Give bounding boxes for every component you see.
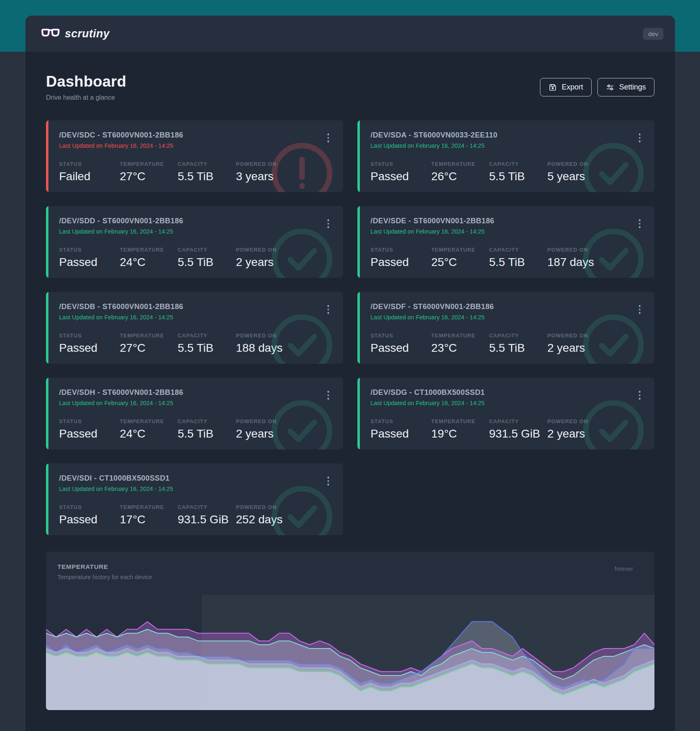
navbar: scrutiny dev	[25, 16, 675, 52]
stat-value-status: Passed	[59, 427, 120, 440]
stat-value-temperature: 23°C	[431, 341, 489, 355]
drive-card[interactable]: /DEV/SDB - ST6000VN001-2BB186 Last Updat…	[46, 292, 343, 364]
temperature-chart-svg	[46, 595, 654, 710]
drive-title: /DEV/SDA - ST6000VN0033-2EE110	[371, 131, 643, 140]
drive-stats: Status Failed Temperature 27°C Capacity …	[59, 161, 332, 183]
drive-last-updated: Last Updated on February 16, 2024 - 14:2…	[371, 228, 643, 235]
drive-card[interactable]: /DEV/SDE - ST6000VN001-2BB186 Last Updat…	[357, 206, 654, 278]
drive-title: /DEV/SDB - ST6000VN001-2BB186	[59, 302, 332, 311]
drive-card[interactable]: /DEV/SDD - ST6000VN001-2BB186 Last Updat…	[46, 206, 343, 278]
page-subtitle: Drive health at a glance	[46, 94, 126, 101]
stat-powered-on: Powered On 188 days	[236, 332, 332, 355]
page-title: Dashboard	[46, 73, 126, 90]
drive-stats: Status Passed Temperature 23°C Capacity …	[371, 332, 643, 355]
drive-card[interactable]: /DEV/SDF - ST6000VN001-2BB186 Last Updat…	[357, 292, 654, 364]
stat-value-powered-on: 2 years	[547, 341, 643, 355]
chart-header: Temperature Temperature history for each…	[46, 552, 654, 580]
drive-title: /DEV/SDF - ST6000VN001-2BB186	[371, 302, 643, 311]
temperature-plot[interactable]	[46, 595, 654, 710]
drive-last-updated: Last Updated on February 16, 2024 - 14:2…	[371, 314, 643, 321]
export-button[interactable]: Export	[540, 78, 592, 96]
stat-label-temperature: Temperature	[120, 418, 178, 424]
drive-stats: Status Passed Temperature 27°C Capacity …	[59, 332, 332, 355]
stat-value-temperature: 25°C	[431, 256, 489, 269]
stat-capacity: Capacity 5.5 TiB	[178, 161, 236, 183]
kebab-menu-icon[interactable]	[326, 132, 331, 144]
settings-button-label: Settings	[619, 83, 646, 92]
save-icon	[549, 83, 557, 92]
stat-value-capacity: 5.5 TiB	[489, 341, 547, 355]
kebab-menu-icon[interactable]	[326, 218, 331, 230]
drive-stats: Status Passed Temperature 25°C Capacity …	[371, 247, 643, 269]
stat-label-powered-on: Powered On	[236, 504, 332, 510]
stat-powered-on: Powered On 2 years	[236, 418, 332, 440]
drive-title: /DEV/SDI - CT1000BX500SSD1	[59, 474, 332, 483]
stat-value-temperature: 17°C	[120, 513, 178, 526]
stat-capacity: Capacity 5.5 TiB	[178, 247, 236, 269]
stat-value-status: Passed	[371, 170, 431, 183]
stat-label-status: Status	[371, 332, 431, 339]
stat-value-capacity: 5.5 TiB	[178, 170, 236, 183]
temperature-chart-card: Temperature Temperature history for each…	[46, 552, 654, 710]
stat-powered-on: Powered On 5 years	[547, 161, 643, 183]
stat-value-powered-on: 5 years	[547, 170, 643, 183]
stat-value-capacity: 5.5 TiB	[178, 427, 236, 440]
drive-card[interactable]: /DEV/SDG - CT1000BX500SSD1 Last Updated …	[357, 378, 654, 449]
drive-card[interactable]: /DEV/SDC - ST6000VN001-2BB186 Last Updat…	[46, 120, 343, 192]
stat-capacity: Capacity 5.5 TiB	[178, 418, 236, 440]
kebab-menu-icon[interactable]	[326, 475, 331, 487]
stat-temperature: Temperature 27°C	[120, 161, 178, 183]
kebab-menu-icon[interactable]	[637, 218, 643, 230]
stat-label-status: Status	[59, 418, 120, 424]
stat-label-status: Status	[59, 247, 120, 253]
main-panel: scrutiny dev Dashboard Drive health at a…	[25, 16, 675, 731]
content-area: Dashboard Drive health at a glance Expor…	[25, 73, 675, 731]
stat-label-temperature: Temperature	[431, 332, 489, 339]
env-badge: dev	[643, 28, 663, 40]
drive-card[interactable]: /DEV/SDI - CT1000BX500SSD1 Last Updated …	[46, 463, 343, 535]
drive-card[interactable]: /DEV/SDH - ST6000VN001-2BB186 Last Updat…	[46, 378, 343, 449]
kebab-menu-icon[interactable]	[326, 303, 331, 316]
kebab-menu-icon[interactable]	[637, 132, 643, 144]
stat-label-status: Status	[59, 161, 120, 167]
settings-button[interactable]: Settings	[597, 78, 654, 96]
stat-value-temperature: 27°C	[120, 341, 178, 355]
stat-temperature: Temperature 19°C	[431, 418, 489, 440]
stat-status: Status Passed	[59, 247, 120, 269]
bottom-spacer	[46, 710, 654, 731]
stat-label-capacity: Capacity	[178, 332, 236, 339]
kebab-menu-icon[interactable]	[326, 389, 331, 401]
stat-temperature: Temperature 24°C	[120, 418, 178, 440]
stat-label-capacity: Capacity	[489, 418, 547, 424]
stat-value-powered-on: 2 years	[236, 427, 332, 440]
stat-capacity: Capacity 5.5 TiB	[489, 332, 547, 355]
stat-value-powered-on: 3 years	[236, 170, 332, 183]
page-root: { "header": { "brand": "scrutiny", "env_…	[0, 0, 700, 731]
drive-title: /DEV/SDH - ST6000VN001-2BB186	[59, 388, 332, 397]
drive-last-updated: Last Updated on February 16, 2024 - 14:2…	[59, 400, 332, 406]
brand-logo[interactable]: scrutiny	[41, 27, 110, 40]
stat-temperature: Temperature 17°C	[120, 504, 178, 526]
drive-stats: Status Passed Temperature 24°C Capacity …	[59, 418, 332, 440]
kebab-menu-icon[interactable]	[637, 303, 643, 316]
stat-label-powered-on: Powered On	[547, 332, 643, 339]
stat-powered-on: Powered On 2 years	[547, 418, 643, 440]
drive-card[interactable]: /DEV/SDA - ST6000VN0033-2EE110 Last Upda…	[357, 120, 654, 192]
stat-temperature: Temperature 24°C	[120, 247, 178, 269]
drive-stats: Status Passed Temperature 26°C Capacity …	[371, 161, 643, 183]
brand-name: scrutiny	[65, 27, 110, 40]
stat-value-powered-on: 252 days	[236, 513, 332, 526]
stat-label-capacity: Capacity	[178, 418, 236, 424]
stat-label-temperature: Temperature	[120, 247, 178, 253]
stat-capacity: Capacity 931.5 GiB	[489, 418, 547, 440]
drive-last-updated: Last Updated on February 16, 2024 - 14:2…	[59, 228, 332, 235]
kebab-menu-icon[interactable]	[637, 389, 643, 401]
stat-value-temperature: 26°C	[431, 170, 489, 183]
stat-label-capacity: Capacity	[178, 161, 236, 167]
stat-value-powered-on: 2 years	[547, 427, 643, 440]
stat-label-capacity: Capacity	[489, 332, 547, 339]
stat-value-powered-on: 188 days	[236, 341, 332, 355]
stat-value-capacity: 931.5 GiB	[178, 513, 236, 526]
sliders-icon	[606, 83, 614, 92]
stat-label-temperature: Temperature	[120, 161, 178, 167]
